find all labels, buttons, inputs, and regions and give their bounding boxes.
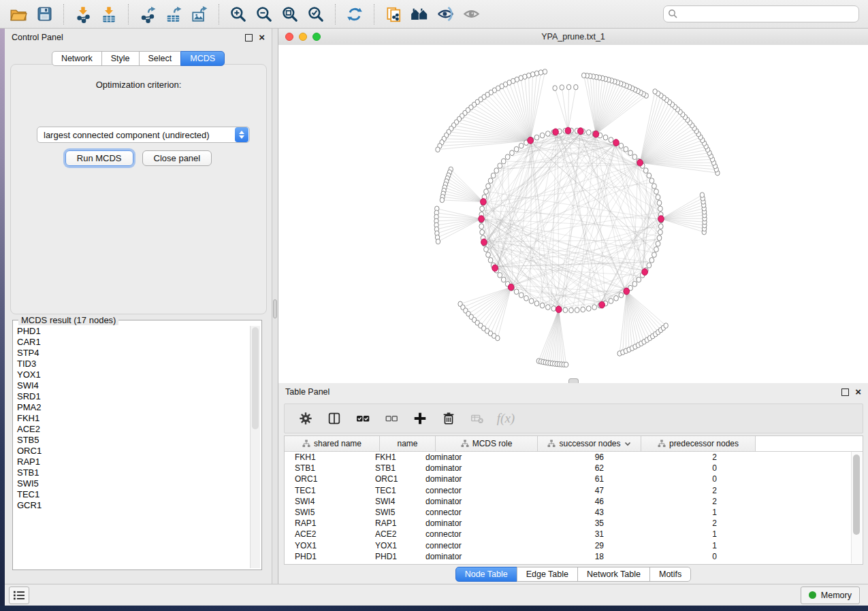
table-row[interactable]: RAP1RAP1dominator352 — [285, 518, 863, 529]
tab-node-table[interactable]: Node Table — [455, 567, 517, 582]
deselect-all-button[interactable] — [383, 410, 400, 427]
mcds-result-item[interactable]: STB5 — [17, 435, 250, 446]
export-image-button[interactable] — [187, 3, 212, 25]
delete-column-button[interactable] — [440, 410, 457, 427]
close-panel-button[interactable]: Close panel — [142, 150, 212, 166]
mcds-result-item[interactable]: STP4 — [17, 348, 250, 359]
mcds-result-item[interactable]: SWI5 — [17, 478, 250, 489]
add-column-button[interactable] — [411, 410, 429, 427]
table-row[interactable]: SWI4SWI4dominator462 — [285, 496, 863, 507]
mcds-result-item[interactable]: ACE2 — [17, 424, 250, 435]
table-cell: SWI5 — [285, 508, 370, 517]
table-row[interactable]: SWI5SWI5connector431 — [285, 507, 863, 518]
table-cell: 62 — [517, 463, 612, 473]
document-network-icon — [385, 5, 402, 23]
mcds-result-item[interactable]: PMA2 — [17, 402, 250, 413]
table-settings-button[interactable] — [297, 410, 315, 427]
hide-selected-button[interactable] — [432, 3, 458, 25]
search-input[interactable] — [663, 5, 859, 22]
control-panel-title: Control Panel — [12, 33, 63, 42]
network-window-titlebar[interactable]: YPA_prune.txt_1 — [278, 29, 868, 46]
desktop-wallpaper-left-edge — [0, 29, 5, 606]
table-cell: 2 — [612, 518, 722, 528]
open-folder-icon — [10, 5, 27, 23]
save-session-button[interactable] — [31, 3, 57, 25]
new-network-from-selection-button[interactable] — [381, 3, 406, 25]
column-header-shared-name[interactable]: shared name — [285, 436, 380, 451]
tab-motifs[interactable]: Motifs — [649, 567, 691, 582]
table-cell: SWI4 — [285, 497, 370, 506]
vertical-splitter[interactable] — [272, 29, 278, 584]
memory-button[interactable]: Memory — [801, 587, 860, 604]
float-panel-icon[interactable] — [841, 389, 849, 396]
mcds-result-item[interactable]: SRD1 — [17, 391, 250, 402]
splitter-handle[interactable] — [273, 299, 277, 318]
mcds-result-item[interactable]: GCR1 — [17, 500, 250, 511]
table-cell: YOX1 — [370, 541, 420, 550]
mcds-result-list[interactable]: PHD1CAR1STP4TID3YOX1SWI4SRD1PMA2FKH1ACE2… — [14, 326, 250, 568]
export-table-button[interactable] — [161, 3, 187, 25]
refresh-button[interactable] — [342, 3, 368, 25]
tab-mcds[interactable]: MCDS — [180, 51, 225, 66]
column-header-predecessor-nodes[interactable]: predecessor nodes — [641, 436, 756, 451]
column-header-successor-nodes[interactable]: successor nodes — [538, 436, 641, 451]
select-all-button[interactable] — [354, 410, 372, 427]
table-cell: PHD1 — [285, 552, 370, 561]
mcds-result-item[interactable]: YOX1 — [17, 369, 250, 380]
import-network-button[interactable] — [70, 3, 96, 25]
mcds-result-item[interactable]: SWI4 — [17, 380, 250, 391]
zoom-fit-button[interactable] — [277, 3, 303, 25]
zoom-selected-button[interactable] — [303, 3, 329, 25]
function-builder-button[interactable]: f(x) — [497, 410, 515, 427]
export-image-icon — [191, 5, 208, 23]
open-session-button[interactable] — [5, 3, 31, 25]
table-panel: Table Panel × f(x) shared namenameMCDS r… — [278, 383, 868, 584]
column-header-name[interactable]: name — [380, 436, 436, 451]
table-row[interactable]: YOX1YOX1connector291 — [285, 540, 863, 551]
float-panel-icon[interactable] — [245, 34, 253, 42]
table-cell: TEC1 — [370, 486, 420, 495]
delete-table-button[interactable] — [468, 410, 486, 427]
close-panel-icon[interactable]: × — [855, 389, 861, 395]
mcds-result-item[interactable]: STB1 — [17, 467, 250, 478]
table-scrollbar[interactable] — [851, 452, 862, 563]
mcds-list-scrollbar[interactable] — [250, 326, 260, 568]
table-row[interactable]: ORC1ORC1dominator610 — [285, 474, 863, 484]
mcds-result-item[interactable]: TID3 — [17, 359, 250, 369]
column-header-mcds-role[interactable]: MCDS role — [436, 436, 538, 451]
horizontal-splitter[interactable] — [568, 378, 579, 383]
mcds-result-item[interactable]: PHD1 — [17, 326, 250, 337]
table-row[interactable]: TEC1TEC1connector472 — [285, 485, 863, 496]
optimization-criterion-select[interactable]: largest connected component (undirected) — [37, 127, 250, 143]
first-neighbors-button[interactable] — [406, 3, 432, 25]
mcds-result-item[interactable]: ORC1 — [17, 446, 250, 457]
zoom-in-button[interactable] — [225, 3, 251, 25]
mcds-result-item[interactable]: CAR1 — [17, 337, 250, 348]
show-all-button[interactable] — [458, 3, 484, 25]
split-columns-button[interactable] — [325, 410, 343, 427]
zoom-fit-icon — [281, 5, 299, 23]
zoom-out-button[interactable] — [251, 3, 277, 25]
mcds-result-item[interactable]: TEC1 — [17, 489, 250, 500]
table-row[interactable]: ACE2ACE2connector311 — [285, 529, 863, 540]
tab-network-table[interactable]: Network Table — [577, 567, 650, 582]
table-row[interactable]: STB1STB1dominator620 — [285, 463, 863, 474]
import-table-button[interactable] — [96, 3, 122, 25]
tab-edge-table[interactable]: Edge Table — [517, 567, 578, 582]
export-network-button[interactable] — [135, 3, 161, 25]
mcds-result-item[interactable]: FKH1 — [17, 413, 250, 424]
close-panel-icon[interactable]: × — [259, 34, 265, 41]
run-mcds-button[interactable]: Run MCDS — [65, 150, 133, 166]
table-row[interactable]: PHD1PHD1dominator180 — [285, 551, 863, 562]
tab-network[interactable]: Network — [52, 51, 102, 66]
tab-style[interactable]: Style — [101, 51, 140, 66]
toolbar-separator — [128, 4, 129, 24]
network-canvas[interactable] — [278, 45, 868, 383]
tab-select[interactable]: Select — [139, 51, 182, 66]
table-cell: connector — [420, 529, 517, 539]
mcds-result-item[interactable]: RAP1 — [17, 457, 250, 467]
show-console-button[interactable] — [9, 587, 29, 604]
gear-icon — [298, 411, 313, 426]
table-cell: RAP1 — [285, 518, 370, 528]
table-row[interactable]: FKH1FKH1dominator962 — [285, 452, 863, 463]
